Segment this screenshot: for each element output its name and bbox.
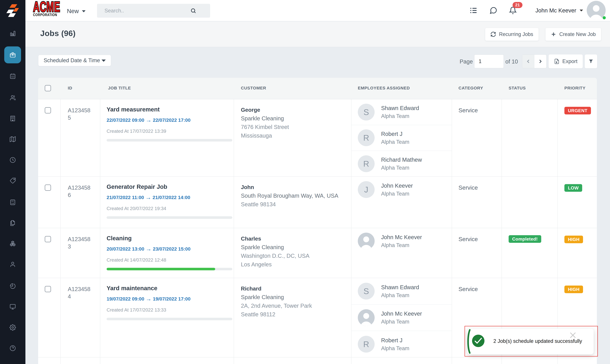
svg-text:CORPORATION: CORPORATION <box>33 13 57 17</box>
